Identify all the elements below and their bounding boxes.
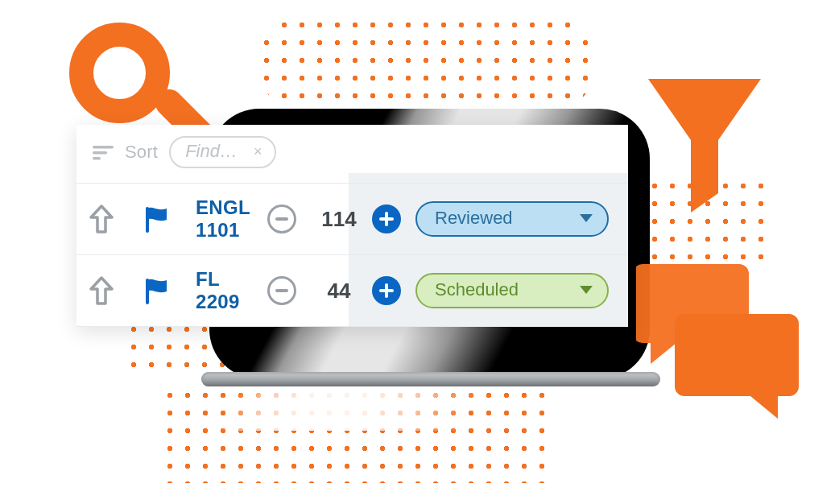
clear-find-icon[interactable]: × xyxy=(254,144,262,159)
chevron-down-icon xyxy=(580,286,593,294)
svg-rect-4 xyxy=(379,217,394,221)
course-list-panel: Sort Find… × ENGL 1101 114 xyxy=(76,125,628,327)
chevron-down-icon xyxy=(580,214,593,222)
find-input[interactable]: Find… × xyxy=(169,136,276,168)
decrement-button[interactable] xyxy=(267,204,296,233)
count-value: 44 xyxy=(311,279,367,304)
decorative-dots xyxy=(258,16,596,113)
chat-icon xyxy=(636,258,805,427)
increment-button[interactable] xyxy=(372,276,401,305)
move-up-icon[interactable] xyxy=(89,276,138,305)
course-code[interactable]: FL 2209 xyxy=(196,268,262,313)
illustration-stage: Sort Find… × ENGL 1101 114 xyxy=(0,0,839,504)
svg-rect-1 xyxy=(93,151,107,154)
table-row: FL 2209 44 Scheduled xyxy=(76,254,628,327)
flag-icon[interactable] xyxy=(143,205,191,233)
move-up-icon[interactable] xyxy=(89,204,138,233)
flag-icon[interactable] xyxy=(143,277,191,304)
decrement-button[interactable] xyxy=(267,276,296,305)
status-label: Reviewed xyxy=(435,208,513,229)
svg-rect-0 xyxy=(93,146,114,148)
status-dropdown[interactable]: Reviewed xyxy=(415,201,609,237)
status-label: Scheduled xyxy=(435,279,519,300)
svg-rect-2 xyxy=(93,157,101,159)
laptop-base xyxy=(201,372,660,386)
table-row: ENGL 1101 114 Reviewed xyxy=(76,183,628,254)
sort-label[interactable]: Sort xyxy=(125,142,158,163)
panel-toolbar: Sort Find… × xyxy=(76,125,628,183)
sort-icon[interactable] xyxy=(93,144,114,160)
svg-rect-6 xyxy=(379,289,394,292)
count-value: 114 xyxy=(311,207,367,232)
find-placeholder: Find… xyxy=(185,141,238,162)
course-code[interactable]: ENGL 1101 xyxy=(196,196,262,242)
status-dropdown[interactable]: Scheduled xyxy=(415,273,609,308)
filter-icon xyxy=(644,72,765,217)
increment-button[interactable] xyxy=(372,204,401,233)
